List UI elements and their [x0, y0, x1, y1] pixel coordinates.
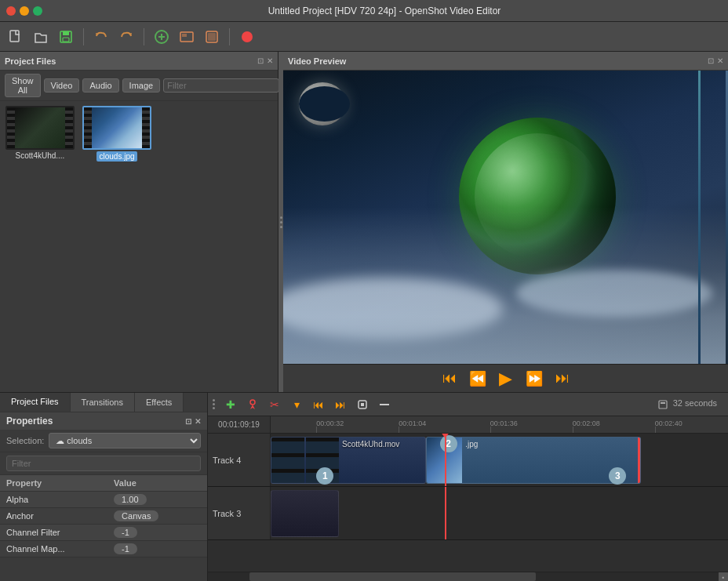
add-track-button[interactable]: ✚ [221, 395, 240, 414]
minimize-button[interactable] [20, 6, 29, 16]
panel-close-icon[interactable]: ✕ [267, 56, 273, 65]
svg-point-11 [242, 31, 253, 42]
video-panel-resize-icon[interactable]: ⊡ [708, 56, 714, 65]
props-close-icon[interactable]: ✕ [195, 417, 201, 426]
cut-tool-button[interactable]: ✂ [265, 395, 284, 414]
maximize-button[interactable] [33, 6, 42, 16]
track-label: Track 3 [208, 487, 271, 539]
save-button[interactable] [55, 26, 77, 48]
scene-moon [299, 82, 346, 125]
table-row: Anchor Canvas [0, 508, 207, 525]
open-button[interactable] [30, 26, 52, 48]
properties-selection: Selection: ☁ clouds [0, 430, 207, 452]
window-controls[interactable] [6, 6, 42, 16]
playhead-line [445, 434, 446, 486]
close-button[interactable] [6, 6, 16, 16]
empty-clip[interactable] [271, 490, 339, 537]
show-all-button[interactable]: Show All [5, 74, 41, 97]
redo-button[interactable] [115, 26, 137, 48]
ruler-time-label: 00:02:40 [655, 419, 682, 427]
ruler-tick [573, 427, 573, 433]
selection-label: Selection: [6, 436, 44, 445]
timeline-tracks: Track 4 [208, 434, 728, 572]
snapping-button[interactable] [353, 395, 372, 414]
export-button[interactable] [176, 26, 198, 48]
new-button[interactable] [5, 26, 27, 48]
property-value[interactable]: Canvas [107, 508, 195, 525]
property-value[interactable]: -1 [107, 525, 195, 541]
video-canvas [283, 71, 728, 364]
ruler-content[interactable]: 00:00:32 00:01:04 00:01:36 00:02:08 00:0… [271, 416, 728, 433]
property-value[interactable]: 1.00 [107, 492, 195, 508]
timeline-scrollbar[interactable]: ▪ [208, 572, 728, 581]
jump-to-start-button[interactable]: ⏮ [439, 368, 460, 390]
ruler-tick [399, 427, 399, 433]
badge-2: 2 [440, 435, 457, 452]
tab-effects[interactable]: Effects [135, 393, 184, 412]
value-column-header: Value [107, 475, 195, 492]
svg-rect-14 [361, 403, 364, 406]
playhead-line-track3 [445, 487, 446, 539]
video-preview-panel: Video Preview ⊡ ✕ ⏮ [283, 52, 728, 392]
video-panel-close-icon[interactable]: ✕ [717, 56, 723, 65]
scene-clouds [283, 207, 728, 364]
property-name: Anchor [0, 508, 107, 525]
video-preview-title: Video Preview [288, 56, 708, 66]
property-name: Channel Map... [0, 541, 107, 557]
cloud-image-preview [92, 107, 142, 148]
video-clip[interactable]: Scott4kUhd.mov [271, 437, 426, 484]
file-label: Scott4kUhd.... [16, 151, 65, 160]
svg-rect-10 [208, 33, 216, 41]
rewind-button[interactable]: ⏪ [467, 368, 489, 390]
tab-project-files[interactable]: Project Files [0, 393, 71, 412]
property-name: Alpha [0, 492, 107, 508]
import-button[interactable] [151, 26, 173, 48]
clip-label: .jpg [465, 440, 478, 448]
table-row: Track 3 [208, 487, 728, 540]
track-3-content[interactable] [271, 487, 728, 539]
transcode-button[interactable] [201, 26, 223, 48]
ruler-tick [655, 427, 656, 433]
panel-header-icons: ⊡ ✕ [257, 56, 273, 65]
properties-panel: Project Files Transitions Effects Proper… [0, 393, 208, 581]
list-item[interactable]: clouds.jpg [82, 106, 152, 162]
ruler-tick [316, 427, 317, 433]
timeline-scrollbar-end[interactable]: ▪ [719, 572, 728, 581]
fast-forward-button[interactable]: ⏩ [523, 368, 545, 390]
svg-point-12 [250, 400, 255, 405]
track-content[interactable]: Scott4kUhd.mov .jpg [271, 434, 728, 486]
film-strip-right [65, 107, 73, 148]
timeline-jump-end[interactable]: ⏭ [331, 395, 350, 414]
enable-razor-button[interactable] [243, 395, 262, 414]
video-filter-button[interactable]: Video [44, 78, 80, 93]
timeline-jump-start[interactable]: ⏮ [309, 395, 328, 414]
clip-end-marker [638, 438, 640, 483]
property-column-header: Property [0, 475, 107, 492]
project-files-filter-input[interactable] [163, 78, 279, 93]
filter-tool-button[interactable]: ▾ [287, 395, 306, 414]
undo-button[interactable] [90, 26, 112, 48]
zoom-out-button[interactable] [375, 395, 394, 414]
titlebar: Untitled Project [HDV 720 24p] - OpenSho… [0, 0, 728, 22]
audio-filter-button[interactable]: Audio [82, 78, 118, 93]
selection-dropdown[interactable]: ☁ clouds [49, 433, 201, 448]
property-value[interactable]: -1 [107, 541, 195, 557]
props-resize-icon[interactable]: ⊡ [185, 417, 191, 426]
file-thumbnail [5, 106, 75, 150]
panel-resize-icon[interactable]: ⊡ [257, 56, 264, 65]
play-button[interactable]: ▶ [495, 368, 517, 390]
svg-rect-17 [661, 402, 665, 404]
timeline-toolbar: ✚ ✂ ▾ ⏮ ⏭ 32 seconds [208, 393, 728, 416]
svg-rect-15 [380, 404, 389, 405]
ruler-time-label: 00:01:04 [399, 419, 426, 427]
tab-transitions[interactable]: Transitions [71, 393, 135, 412]
record-button[interactable] [236, 26, 258, 48]
timeline-scrollbar-thumb[interactable] [249, 572, 536, 581]
list-item[interactable]: Scott4kUhd.... [5, 106, 75, 162]
video-preview-header: Video Preview ⊡ ✕ [283, 52, 728, 71]
jump-to-end-button[interactable]: ⏭ [551, 368, 573, 390]
properties-filter-input[interactable] [6, 456, 201, 471]
row-scrollbar [195, 492, 207, 508]
table-row: Track 4 [208, 434, 728, 487]
image-filter-button[interactable]: Image [122, 78, 161, 93]
